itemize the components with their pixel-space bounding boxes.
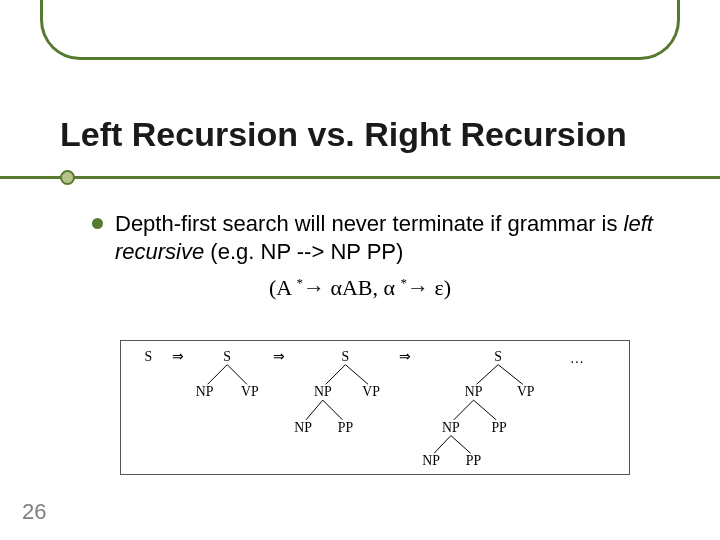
tree2-S: S xyxy=(223,349,231,364)
arrow1: ⇒ xyxy=(172,349,184,364)
body-text: Depth-first search will never terminate … xyxy=(115,210,670,265)
tree1-S: S xyxy=(145,349,153,364)
tree4-NP3: NP xyxy=(422,453,440,468)
svg-line-10 xyxy=(434,436,451,454)
svg-line-6 xyxy=(476,365,498,385)
body-text-b: (e.g. NP --> NP PP) xyxy=(204,239,403,264)
arrow3: ⇒ xyxy=(399,349,411,364)
svg-line-5 xyxy=(323,400,343,420)
tree4-NP: NP xyxy=(465,384,483,399)
svg-line-8 xyxy=(454,400,474,420)
tree4-PP: PP xyxy=(491,420,507,435)
formula-arrow1: *→ xyxy=(296,275,330,300)
slide-title: Left Recursion vs. Right Recursion xyxy=(60,115,680,154)
tree2-NP: NP xyxy=(196,384,214,399)
tree3-VP: VP xyxy=(362,384,380,399)
bullet-icon xyxy=(92,218,103,229)
formula-lparen: (A xyxy=(269,275,291,300)
body-text-a: Depth-first search will never terminate … xyxy=(115,211,624,236)
header-accent-arc xyxy=(40,0,680,60)
tree4-VP: VP xyxy=(517,384,535,399)
svg-line-7 xyxy=(498,365,523,385)
svg-line-0 xyxy=(208,365,228,385)
title-dot-icon xyxy=(60,170,75,185)
svg-line-1 xyxy=(227,365,247,385)
svg-line-4 xyxy=(306,400,323,420)
tree3-S: S xyxy=(342,349,350,364)
arrow2: ⇒ xyxy=(273,349,285,364)
tree-diagram: S ⇒ S NP VP ⇒ S NP VP NP PP ⇒ S NP VP NP… xyxy=(120,340,630,475)
tree4-S: S xyxy=(494,349,502,364)
title-underline xyxy=(0,176,720,179)
svg-line-3 xyxy=(345,365,368,385)
tree2-VP: VP xyxy=(241,384,259,399)
formula: (A *→ αAB, α *→ ε) xyxy=(0,275,720,301)
svg-line-9 xyxy=(474,400,497,420)
page-number: 26 xyxy=(22,499,46,525)
svg-line-2 xyxy=(326,365,346,385)
tree3-NP: NP xyxy=(314,384,332,399)
formula-mid: αAB, α xyxy=(330,275,395,300)
tree4-PP2: PP xyxy=(466,453,482,468)
formula-arrow2: *→ xyxy=(401,275,435,300)
tree3-NP2: NP xyxy=(294,420,312,435)
tree-ellipsis: … xyxy=(570,351,584,366)
tree4-NP2: NP xyxy=(442,420,460,435)
svg-line-11 xyxy=(451,436,471,454)
tree3-PP: PP xyxy=(338,420,354,435)
formula-rhs: ε) xyxy=(435,275,452,300)
